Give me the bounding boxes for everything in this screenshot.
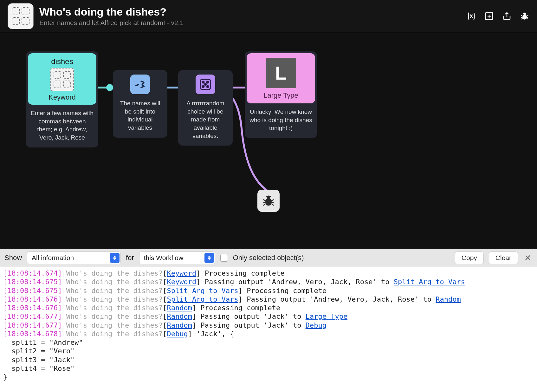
node-keyword-header: dishes Keyword bbox=[28, 53, 96, 105]
svg-point-7 bbox=[207, 81, 209, 83]
filter-value: All information bbox=[32, 254, 74, 262]
header-actions bbox=[467, 11, 529, 21]
dice-icon bbox=[196, 75, 215, 94]
clear-button[interactable]: Clear bbox=[489, 252, 518, 264]
keyword-label: Keyword bbox=[31, 93, 93, 101]
node-random[interactable]: A rrrrrrrandom choice will be made from … bbox=[178, 70, 233, 146]
svg-point-6 bbox=[202, 81, 204, 83]
header-bar: Who's doing the dishes? Enter names and … bbox=[0, 0, 537, 33]
large-type-desc: Unlucky! We now know who is doing the di… bbox=[245, 105, 317, 134]
large-type-label: Large Type bbox=[250, 91, 312, 100]
workflow-title: Who's doing the dishes? bbox=[39, 6, 467, 18]
random-desc: A rrrrrrrandom choice will be made from … bbox=[178, 97, 233, 141]
variables-button[interactable] bbox=[467, 11, 476, 21]
copy-button[interactable]: Copy bbox=[455, 252, 484, 264]
workflow-canvas[interactable]: dishes Keyword Enter a few names with co… bbox=[0, 33, 537, 249]
debug-toolbar: Show All information for this Workflow O… bbox=[0, 249, 537, 267]
svg-point-10 bbox=[207, 86, 209, 88]
node-split[interactable]: The names will be split into individual … bbox=[113, 70, 167, 138]
workflow-icon[interactable] bbox=[8, 3, 34, 29]
large-type-icon: L bbox=[266, 58, 296, 88]
filter-select[interactable]: All information bbox=[27, 252, 121, 264]
svg-point-4 bbox=[137, 85, 137, 86]
grid-icon bbox=[12, 7, 29, 25]
bug-icon bbox=[262, 194, 275, 208]
grid-icon bbox=[50, 68, 74, 91]
clear-label: Clear bbox=[495, 254, 511, 262]
debug-log[interactable]: [18:08:14.674] Who's doing the dishes?[K… bbox=[0, 267, 537, 392]
keyword-title: dishes bbox=[31, 57, 93, 66]
svg-point-3 bbox=[106, 84, 113, 91]
header-titles: Who's doing the dishes? Enter names and … bbox=[39, 6, 467, 27]
copy-label: Copy bbox=[462, 254, 477, 262]
close-icon[interactable]: ✕ bbox=[523, 253, 533, 263]
scope-value: this Workflow bbox=[144, 254, 183, 262]
node-keyword[interactable]: dishes Keyword Enter a few names with co… bbox=[26, 51, 98, 147]
debug-button[interactable] bbox=[520, 11, 529, 21]
svg-point-1 bbox=[522, 14, 527, 19]
chevron-updown-icon bbox=[204, 253, 214, 263]
svg-point-11 bbox=[265, 198, 272, 206]
node-debug[interactable] bbox=[257, 190, 280, 212]
share-button[interactable] bbox=[502, 11, 512, 21]
show-label: Show bbox=[4, 254, 22, 262]
node-large-type[interactable]: L Large Type Unlucky! We now know who is… bbox=[245, 51, 317, 138]
chevron-updown-icon bbox=[110, 253, 120, 263]
only-selected-checkbox[interactable] bbox=[220, 254, 228, 262]
svg-point-9 bbox=[202, 86, 204, 88]
only-selected-label: Only selected object(s) bbox=[233, 254, 304, 262]
large-type-glyph: L bbox=[275, 62, 287, 84]
large-type-header: L Large Type bbox=[247, 53, 315, 103]
svg-point-8 bbox=[204, 83, 206, 85]
add-button[interactable] bbox=[484, 11, 494, 21]
keyword-desc: Enter a few names with commas between th… bbox=[26, 107, 98, 143]
workflow-subtitle: Enter names and let Alfred pick at rando… bbox=[39, 19, 467, 27]
scope-select[interactable]: this Workflow bbox=[139, 252, 215, 264]
split-icon bbox=[130, 75, 150, 94]
split-desc: The names will be split into individual … bbox=[113, 97, 167, 133]
for-label: for bbox=[126, 254, 134, 262]
